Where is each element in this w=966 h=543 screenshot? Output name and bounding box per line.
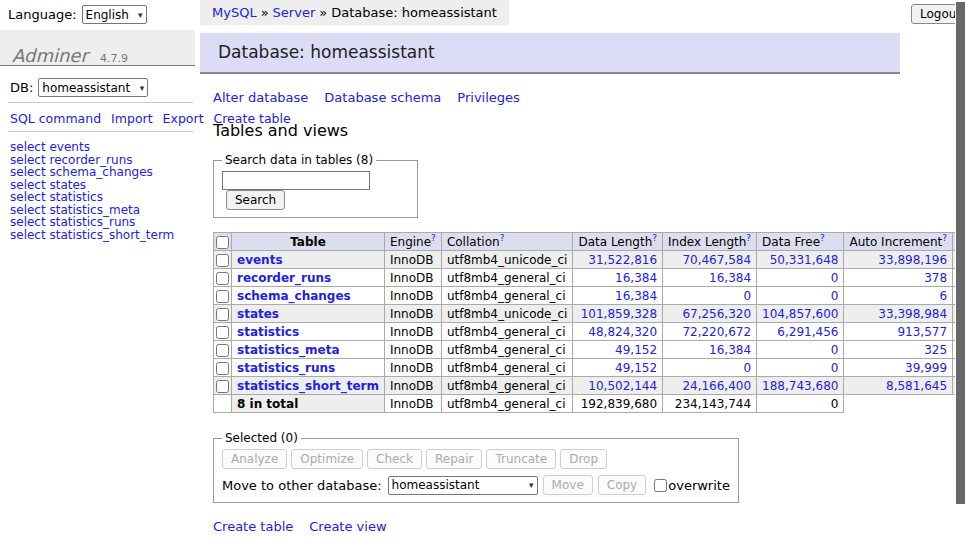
help-icon[interactable]: ? bbox=[500, 233, 505, 243]
sidebar-select-link-2[interactable]: select schema_changes bbox=[10, 166, 195, 179]
data-free-link[interactable]: 0 bbox=[831, 343, 839, 357]
search-input[interactable] bbox=[222, 171, 370, 190]
data-length-cell: 48,824,320 bbox=[573, 323, 663, 341]
data-free-link[interactable]: 0 bbox=[831, 271, 839, 285]
column-header-auto-increment: Auto Increment? bbox=[844, 233, 953, 251]
optimize-button[interactable]: Optimize bbox=[291, 449, 363, 469]
data-length-link[interactable]: 49,152 bbox=[615, 343, 657, 357]
table-name-link[interactable]: schema_changes bbox=[237, 289, 351, 303]
sidebar-divider bbox=[8, 131, 193, 132]
data-free-link[interactable]: 50,331,648 bbox=[770, 253, 839, 267]
data-length-link[interactable]: 16,384 bbox=[615, 289, 657, 303]
help-icon[interactable]: ? bbox=[942, 233, 947, 243]
sidebar-select-link-7[interactable]: select statistics_short_term bbox=[10, 229, 195, 242]
db-action-link-1[interactable]: Database schema bbox=[324, 90, 441, 105]
data-free-cell: 6,291,456 bbox=[757, 323, 844, 341]
truncate-button[interactable]: Truncate bbox=[486, 449, 556, 469]
table-name-link[interactable]: statistics_runs bbox=[237, 361, 335, 375]
repair-button[interactable]: Repair bbox=[426, 449, 482, 469]
sidebar-select-link-4[interactable]: select statistics bbox=[10, 191, 195, 204]
data-length-link[interactable]: 16,384 bbox=[615, 271, 657, 285]
index-length-link[interactable]: 72,220,672 bbox=[682, 325, 751, 339]
table-row: statistics_metaInnoDButf8mb4_general_ci4… bbox=[214, 341, 966, 359]
search-button[interactable]: Search bbox=[226, 190, 285, 210]
data-free-link[interactable]: 6,291,456 bbox=[777, 325, 838, 339]
row-checkbox[interactable] bbox=[216, 254, 229, 267]
row-checkbox[interactable] bbox=[216, 272, 229, 285]
help-icon[interactable]: ? bbox=[820, 233, 825, 243]
data-free-link[interactable]: 104,857,600 bbox=[762, 307, 838, 321]
help-icon[interactable]: ? bbox=[652, 233, 657, 243]
data-free-link[interactable]: 188,743,680 bbox=[762, 379, 838, 393]
db-action-link-2[interactable]: Privileges bbox=[457, 90, 520, 105]
breadcrumb-link[interactable]: Server bbox=[273, 5, 316, 20]
data-free-cell: 0 bbox=[757, 287, 844, 305]
data-length-link[interactable]: 10,502,144 bbox=[588, 379, 657, 393]
table-row: statistics_short_termInnoDButf8mb4_gener… bbox=[214, 377, 966, 395]
auto-increment-cell: 325 bbox=[844, 341, 953, 359]
index-length-link[interactable]: 24,166,400 bbox=[682, 379, 751, 393]
index-length-cell: 67,256,320 bbox=[663, 305, 757, 323]
data-free-link[interactable]: 0 bbox=[831, 289, 839, 303]
table-name-link[interactable]: states bbox=[237, 307, 279, 321]
data-length-link[interactable]: 31,522,816 bbox=[588, 253, 657, 267]
table-name-link[interactable]: events bbox=[237, 253, 283, 267]
sidebar-select-link-0[interactable]: select events bbox=[10, 141, 195, 154]
analyze-button[interactable]: Analyze bbox=[222, 449, 287, 469]
index-length-link[interactable]: 70,467,584 bbox=[682, 253, 751, 267]
row-checkbox[interactable] bbox=[216, 380, 229, 393]
column-header-data-free: Data Free? bbox=[757, 233, 844, 251]
index-length-link[interactable]: 16,384 bbox=[709, 271, 751, 285]
help-icon[interactable]: ? bbox=[431, 233, 436, 243]
row-checkbox[interactable] bbox=[216, 344, 229, 357]
create-link-1[interactable]: Create view bbox=[309, 519, 386, 534]
sidebar-action-1[interactable]: Import bbox=[111, 111, 153, 126]
table-name-link[interactable]: statistics bbox=[237, 325, 299, 339]
auto-increment-link[interactable]: 33,898,196 bbox=[878, 253, 947, 267]
move-db-select[interactable]: homeassistant bbox=[388, 476, 538, 495]
auto-increment-link[interactable]: 6 bbox=[939, 289, 947, 303]
table-name-link[interactable]: statistics_meta bbox=[237, 343, 340, 357]
index-length-link[interactable]: 16,384 bbox=[709, 343, 751, 357]
db-action-link-0[interactable]: Alter database bbox=[213, 90, 308, 105]
check-button[interactable]: Check bbox=[367, 449, 422, 469]
sidebar-select-link-6[interactable]: select statistics_runs bbox=[10, 216, 195, 229]
data-free-link[interactable]: 0 bbox=[831, 361, 839, 375]
auto-increment-link[interactable]: 325 bbox=[924, 343, 947, 357]
select-all-checkbox[interactable] bbox=[216, 236, 229, 249]
auto-increment-link[interactable]: 378 bbox=[924, 271, 947, 285]
table-row: recorder_runsInnoDButf8mb4_general_ci16,… bbox=[214, 269, 966, 287]
help-icon[interactable]: ? bbox=[746, 233, 751, 243]
data-length-cell: 101,859,328 bbox=[573, 305, 663, 323]
data-length-link[interactable]: 48,824,320 bbox=[588, 325, 657, 339]
copy-button[interactable]: Copy bbox=[598, 475, 646, 495]
sidebar-action-0[interactable]: SQL command bbox=[10, 111, 101, 126]
row-checkbox[interactable] bbox=[216, 362, 229, 375]
scrollbar-thumb[interactable] bbox=[956, 2, 965, 504]
auto-increment-link[interactable]: 8,581,645 bbox=[886, 379, 947, 393]
scrollbar[interactable] bbox=[955, 0, 966, 543]
data-length-link[interactable]: 49,152 bbox=[615, 361, 657, 375]
table-name-link[interactable]: recorder_runs bbox=[237, 271, 331, 285]
data-length-link[interactable]: 101,859,328 bbox=[581, 307, 657, 321]
index-length-cell: 16,384 bbox=[663, 269, 757, 287]
auto-increment-link[interactable]: 39,999 bbox=[905, 361, 947, 375]
db-select[interactable]: homeassistant bbox=[38, 78, 148, 97]
create-link-0[interactable]: Create table bbox=[213, 519, 293, 534]
select-all-cell bbox=[214, 233, 232, 251]
index-length-link[interactable]: 0 bbox=[743, 361, 751, 375]
row-checkbox[interactable] bbox=[216, 308, 229, 321]
breadcrumb-link[interactable]: MySQL bbox=[212, 5, 257, 20]
auto-increment-link[interactable]: 33,398,984 bbox=[878, 307, 947, 321]
index-length-link[interactable]: 67,256,320 bbox=[682, 307, 751, 321]
index-length-link[interactable]: 0 bbox=[743, 289, 751, 303]
overwrite-checkbox[interactable] bbox=[654, 479, 667, 492]
sidebar-action-2[interactable]: Export bbox=[163, 111, 204, 126]
table-row: eventsInnoDButf8mb4_unicode_ci31,522,816… bbox=[214, 251, 966, 269]
drop-button[interactable]: Drop bbox=[560, 449, 607, 469]
row-checkbox[interactable] bbox=[216, 290, 229, 303]
move-button[interactable]: Move bbox=[543, 475, 593, 495]
auto-increment-link[interactable]: 913,577 bbox=[897, 325, 947, 339]
table-name-link[interactable]: statistics_short_term bbox=[237, 379, 379, 393]
row-checkbox[interactable] bbox=[216, 326, 229, 339]
